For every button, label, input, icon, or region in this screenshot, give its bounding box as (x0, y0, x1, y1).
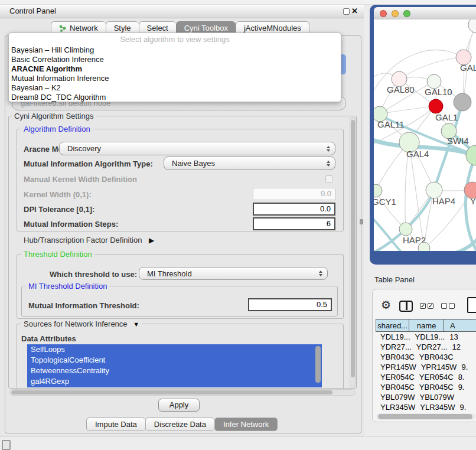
table-cell: YBR045C (376, 382, 415, 392)
attribute-item-gal4rgexp[interactable]: gal4RGexp (27, 376, 322, 387)
table-cell: YDR27... (376, 342, 412, 352)
attribute-item-selfloops[interactable]: SelfLoops (27, 344, 322, 355)
sources-group-title[interactable]: Sources for Network Inference ▼ (21, 319, 142, 328)
grip-icon[interactable] (2, 440, 11, 450)
table-panel-title: Table Panel (374, 275, 415, 284)
network-node[interactable] (418, 242, 430, 251)
table-cell: YBR045C (415, 382, 454, 392)
columns-icon[interactable] (399, 301, 413, 312)
mi-threshold-field[interactable]: 0.5 (248, 298, 332, 311)
table-row[interactable]: YBR043CYBR043C (376, 352, 476, 362)
algorithm-dropdown-popup: Select algorithm to view settings Bayesi… (8, 32, 341, 102)
hub-definition-toggle[interactable]: Hub/Transcription Factor Definition ▶ (24, 236, 154, 244)
algorithm-option-bayesian-hill-climbing[interactable]: Bayesian – Hill Climbing (9, 45, 341, 55)
network-node[interactable] (468, 19, 476, 33)
node-label-gal80: GAL80 (387, 84, 415, 94)
algorithm-option-basic-correlation-inference[interactable]: Basic Correlation Inference (9, 55, 341, 64)
algorithm-option-aracne-algorithm[interactable]: ARACNE Algorithm (9, 64, 341, 74)
table-cell: YBR043C (376, 352, 415, 362)
kernel-width-field[interactable]: 0.0 (253, 188, 335, 200)
column-header-name[interactable]: name (409, 319, 444, 331)
network-canvas[interactable]: GALGAL80GAL10GAL1GAL11SWI4GAL4GCY1HAP4YH… (374, 19, 476, 251)
stepper-icon (327, 146, 330, 152)
deselect-all-icon[interactable] (441, 303, 447, 309)
window-zoom-icon[interactable] (403, 10, 410, 17)
panel-divider-handle[interactable] (360, 219, 363, 224)
table-cell: 9. (454, 382, 476, 392)
which-threshold-combobox[interactable]: MI Threshold (139, 267, 328, 280)
algorithm-definition-title: Algorithm Definition (21, 125, 93, 133)
table-body: YDL19...YDL19...13YDR27...YDR27...12YBR0… (376, 332, 476, 422)
settings-hscrollbar[interactable] (9, 389, 356, 396)
export-table-icon[interactable] (467, 297, 476, 313)
table-row[interactable]: YDR27...YDR27...12 (376, 342, 476, 352)
table-cell: YLR345W (376, 402, 415, 412)
mi-steps-field[interactable]: 6 (253, 217, 335, 230)
node-label-gal10: GAL10 (425, 87, 452, 97)
gear-icon[interactable]: ⚙ (381, 298, 391, 312)
table-hscroll-thumb[interactable] (378, 414, 472, 419)
network-node-gal1[interactable] (429, 99, 443, 113)
table-cell: YBL079W (376, 392, 415, 402)
tab-discretize-data[interactable]: Discretize Data (145, 418, 214, 431)
aracne-mode-combobox[interactable]: Discovery (59, 142, 335, 155)
data-attributes-list[interactable]: SelfLoopsTopologicalCoefficientBetweenne… (27, 344, 322, 387)
column-header-shared-[interactable]: shared... (376, 319, 409, 331)
tab-infer-network[interactable]: Infer Network (214, 418, 278, 431)
table-row[interactable]: YDL19...YDL19...13 (376, 332, 476, 342)
threshold-definition-title: Threshold Definition (21, 250, 94, 259)
close-panel-icon[interactable]: ✕ (351, 6, 358, 15)
select-all-icon[interactable]: ✓ (428, 303, 433, 309)
mi-threshold-group-title: MI Threshold Definition (26, 282, 109, 291)
node-label-gal4: GAL4 (406, 149, 429, 159)
table-cell: 9. (457, 362, 476, 372)
attribute-item-betweennesscentrality[interactable]: BetweennessCentrality (27, 366, 322, 376)
table-cell: 8. (454, 372, 476, 382)
table-cell: YBL079W (415, 392, 455, 402)
tab-impute-data[interactable]: Impute Data (86, 418, 145, 431)
hub-definition-label: Hub/Transcription Factor Definition (24, 236, 142, 244)
vscroll-thumb[interactable] (351, 120, 355, 377)
aracne-mode-value: Discovery (67, 144, 101, 153)
tab-label: Select (147, 24, 168, 32)
network-node[interactable] (454, 93, 471, 111)
dpi-tolerance-label: DPI Tolerance [0,1]: (24, 205, 94, 214)
float-panel-icon[interactable] (343, 8, 350, 15)
tab-label: Style (114, 24, 131, 32)
deselect-all-icon[interactable] (449, 303, 455, 309)
table-row[interactable]: YBR045CYBR045C9. (376, 382, 476, 392)
table-row[interactable]: YLR345WYLR345W9. (376, 402, 476, 412)
algorithm-placeholder: Select algorithm to view settings (9, 33, 341, 45)
manual-kernel-checkbox[interactable] (325, 175, 333, 183)
network-window-titlebar[interactable] (374, 7, 476, 19)
node-label-gal11: GAL11 (377, 119, 405, 129)
hscroll-thumb[interactable] (11, 390, 332, 394)
network-node-gcy1[interactable] (374, 184, 382, 197)
settings-vscrollbar[interactable] (350, 117, 356, 387)
table-row[interactable]: YER054CYER054C8. (376, 372, 476, 382)
network-node-hap2[interactable] (399, 223, 412, 236)
data-attributes-label: Data Attributes (21, 334, 76, 343)
dpi-tolerance-field[interactable]: 0.0 (253, 203, 335, 216)
window-minimize-icon[interactable] (392, 10, 399, 17)
column-header-a[interactable]: A (444, 319, 476, 331)
window-close-icon[interactable] (380, 10, 387, 17)
table-row[interactable]: YPR145WYPR145W9. (376, 362, 476, 372)
tab-label: jActiveMNodules (244, 24, 301, 32)
expand-right-icon: ▶ (149, 236, 154, 244)
algorithm-option-mutual-information-inference[interactable]: Mutual Information Inference (9, 74, 341, 83)
table-cell: YDR27... (412, 342, 448, 352)
mi-type-value: Naive Bayes (172, 159, 215, 168)
mi-type-combobox[interactable]: Naive Bayes (164, 156, 335, 170)
apply-button[interactable]: Apply (158, 399, 200, 412)
stepper-icon (319, 270, 322, 276)
list-scroll-thumb[interactable] (315, 346, 321, 383)
table-cell: YBR043C (415, 352, 454, 362)
attribute-item-topologicalcoefficient[interactable]: TopologicalCoefficient (27, 355, 322, 366)
table-cell (454, 392, 476, 402)
table-cell: 13 (445, 332, 476, 342)
select-all-icon[interactable]: ✓ (420, 303, 426, 309)
algorithm-option-bayesian-k2[interactable]: Bayesian – K2 (9, 83, 341, 93)
table-row[interactable]: YBL079WYBL079W (376, 392, 476, 402)
algorithm-option-dream8-dc-tdc-algorithm[interactable]: Dream8 DC_TDC Algorithm (9, 93, 341, 102)
